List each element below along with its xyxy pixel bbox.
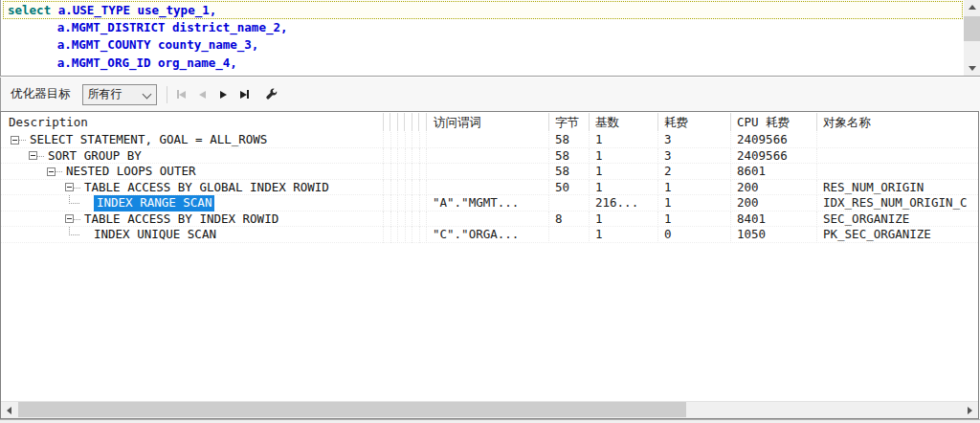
empty-cell <box>412 227 419 243</box>
col-header-cpu-cost[interactable]: CPU 耗费 <box>737 112 790 132</box>
col-header-cardinality[interactable]: 基数 <box>595 112 619 132</box>
sql-line[interactable]: a.MGMT_DISTRICT district_name_2, <box>3 19 963 37</box>
empty-cell <box>397 148 405 165</box>
optimizer-goal-label: 优化器目标 <box>11 86 71 102</box>
plan-row[interactable]: INDEX RANGE SCAN"A"."MGMT...216...1200ID… <box>1 195 978 212</box>
cell-bytes: 58 <box>548 164 588 180</box>
plan-row[interactable]: SORT GROUP BY58132409566 <box>1 148 978 165</box>
tree-connector <box>74 188 80 189</box>
cell-bytes <box>548 195 588 212</box>
cell-cost: 0 <box>657 227 729 243</box>
next-step-button[interactable] <box>217 87 231 102</box>
plan-node-label-selected[interactable]: INDEX RANGE SCAN <box>94 195 214 212</box>
chevron-down-icon <box>142 89 151 99</box>
sql-editor[interactable]: select a.USE_TYPE use_type_1, a.MGMT_DIS… <box>0 0 980 77</box>
editor-vertical-scrollbar[interactable] <box>964 0 980 76</box>
toolbar-separator <box>167 86 167 103</box>
cell-object-name: PK_SEC_ORGANIZE <box>816 227 978 243</box>
previous-step-button[interactable] <box>196 87 210 102</box>
col-header-cost[interactable]: 耗费 <box>664 112 688 132</box>
plan-node-label[interactable]: TABLE ACCESS BY INDEX ROWID <box>84 212 278 228</box>
settings-wrench-icon[interactable] <box>265 88 278 101</box>
empty-cell <box>397 180 405 196</box>
empty-cell <box>419 212 427 228</box>
sql-code: a.MGMT_COUNTY county_name_3, <box>7 37 258 52</box>
col-header-predicate[interactable]: 访问谓词 <box>434 112 481 132</box>
empty-cell <box>405 148 412 165</box>
scroll-left-icon[interactable] <box>1 402 17 418</box>
empty-cell <box>405 132 412 148</box>
collapse-toggle-icon[interactable] <box>29 151 37 160</box>
cell-cpu-cost: 200 <box>730 180 815 196</box>
sql-line[interactable]: a.MGMT_ORG_ID org_name_4, <box>3 55 963 73</box>
plan-node-label[interactable]: INDEX UNIQUE SCAN <box>94 227 216 243</box>
sql-code: a.MGMT_DISTRICT district_name_2, <box>7 20 288 34</box>
empty-cell <box>419 180 427 196</box>
cell-cpu-cost: 1050 <box>730 227 815 243</box>
cell-cpu-cost: 8401 <box>730 212 815 228</box>
col-header-bytes[interactable]: 字节 <box>555 112 579 132</box>
sql-keyword: select <box>8 3 51 17</box>
window-bottom-edge <box>0 419 980 423</box>
explain-plan-grid[interactable]: Description 访问谓词 字节 基数 耗费 CPU 耗费 对象名称 SE… <box>0 111 979 419</box>
empty-cell <box>405 212 412 228</box>
cell-object-name: IDX_RES_NUM_ORIGIN_C <box>816 195 978 212</box>
cell-object-name <box>816 164 978 180</box>
empty-cell <box>383 164 390 180</box>
cell-cardinality: 216... <box>589 195 657 212</box>
sql-editor-lines: select a.USE_TYPE use_type_1, a.MGMT_DIS… <box>3 1 963 72</box>
empty-cell <box>383 148 390 165</box>
cell-predicate <box>426 164 547 180</box>
collapse-toggle-icon[interactable] <box>11 136 19 145</box>
cell-cost: 1 <box>657 195 729 212</box>
plan-row[interactable]: INDEX UNIQUE SCAN"C"."ORGA...101050PK_SE… <box>1 227 978 243</box>
plan-node-label[interactable]: NESTED LOOPS OUTER <box>66 164 195 180</box>
collapse-toggle-icon[interactable] <box>47 167 56 176</box>
scroll-up-icon[interactable] <box>964 0 980 14</box>
scroll-right-icon[interactable] <box>962 402 978 418</box>
empty-cell <box>412 180 419 196</box>
plan-row[interactable]: TABLE ACCESS BY INDEX ROWID8118401SEC_OR… <box>1 212 978 228</box>
optimizer-goal-select[interactable]: 所有行 <box>82 84 157 105</box>
last-step-button[interactable] <box>238 87 252 102</box>
horizontal-scrollbar-thumb[interactable] <box>18 402 686 417</box>
cell-cost: 1 <box>657 180 729 196</box>
empty-cell <box>383 180 390 196</box>
plan-node-label[interactable]: TABLE ACCESS BY GLOBAL INDEX ROWID <box>84 180 329 196</box>
empty-cell <box>383 132 390 148</box>
sql-line-current[interactable]: select a.USE_TYPE use_type_1, <box>3 1 963 19</box>
cell-bytes: 50 <box>548 180 588 196</box>
plan-row[interactable]: NESTED LOOPS OUTER58128601 <box>1 164 978 180</box>
empty-cell <box>397 132 405 148</box>
sql-code: a.USE_TYPE use_type_1, <box>51 3 216 17</box>
scroll-down-icon[interactable] <box>964 61 980 76</box>
cell-predicate: "C"."ORGA... <box>426 227 547 243</box>
empty-cell <box>390 180 398 196</box>
optimizer-goal-value: 所有行 <box>88 86 122 102</box>
col-header-object-name[interactable]: 对象名称 <box>823 112 871 132</box>
empty-cell <box>405 164 412 180</box>
empty-cell <box>397 195 405 212</box>
cell-cardinality: 1 <box>589 164 657 180</box>
plan-row[interactable]: TABLE ACCESS BY GLOBAL INDEX ROWID501120… <box>1 180 978 196</box>
plan-row[interactable]: SELECT STATEMENT, GOAL = ALL_ROWS5813240… <box>1 132 978 148</box>
collapse-toggle-icon[interactable] <box>65 214 74 223</box>
sql-line[interactable]: a.MGMT_COUNTY county_name_3, <box>3 36 963 55</box>
cell-bytes: 58 <box>548 148 588 165</box>
cell-object-name <box>816 148 978 165</box>
vertical-scrollbar-thumb[interactable] <box>964 16 980 41</box>
empty-cell <box>397 212 405 228</box>
plan-horizontal-scrollbar[interactable] <box>1 401 978 418</box>
plan-node-label[interactable]: SORT GROUP BY <box>48 148 142 165</box>
col-header-description[interactable]: Description <box>9 112 88 132</box>
first-step-button[interactable] <box>175 87 189 102</box>
plan-node-label[interactable]: SELECT STATEMENT, GOAL = ALL_ROWS <box>30 132 267 148</box>
empty-cell <box>390 195 398 212</box>
cell-predicate <box>426 148 547 165</box>
plan-navigation <box>175 87 278 102</box>
cell-cost: 1 <box>657 212 729 228</box>
empty-cell <box>412 132 419 148</box>
collapse-toggle-icon[interactable] <box>65 183 74 191</box>
empty-cell <box>390 212 398 228</box>
empty-cell <box>419 132 427 148</box>
